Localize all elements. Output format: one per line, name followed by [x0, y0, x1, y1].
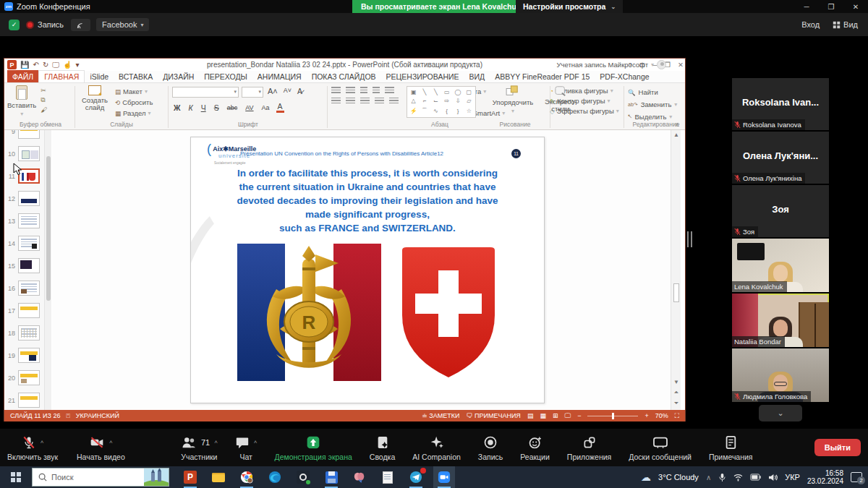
- slide-thumbnail[interactable]: [18, 236, 40, 251]
- align-left-icon[interactable]: [331, 98, 341, 105]
- slideshow-icon[interactable]: 🖵: [564, 412, 571, 420]
- chevron-up-icon[interactable]: ˄: [214, 439, 218, 445]
- bullets-icon[interactable]: [331, 87, 341, 94]
- ribbon-tab[interactable]: АНИМАЦИЯ: [252, 70, 307, 82]
- zoom-out-icon[interactable]: −: [577, 412, 581, 419]
- slide-thumbnail-row[interactable]: 14: [4, 232, 45, 254]
- ribbon-tab[interactable]: ГЛАВНАЯ: [38, 70, 85, 82]
- collapse-ribbon-icon[interactable]: ∧: [672, 121, 682, 128]
- slide-thumbnail-row[interactable]: 13: [4, 210, 45, 232]
- slide-thumbnail[interactable]: [18, 303, 40, 318]
- new-slide-button[interactable]: Создать слайд: [78, 83, 111, 118]
- record-button[interactable]: Запись: [478, 435, 503, 461]
- previous-slide-icon[interactable]: ⏶: [671, 389, 681, 396]
- slide-thumbnail[interactable]: [18, 191, 40, 206]
- slide-thumbnail-row[interactable]: 20: [4, 367, 45, 389]
- undo-icon[interactable]: ↶: [33, 61, 38, 69]
- font-size-input[interactable]: [242, 87, 263, 98]
- next-slide-icon[interactable]: ⏷: [671, 400, 681, 407]
- ribbon-tab[interactable]: iSlide: [85, 70, 114, 82]
- taskbar-powerpoint-icon[interactable]: P: [182, 469, 198, 485]
- taskbar-messenger-icon[interactable]: [295, 469, 311, 485]
- columns-icon[interactable]: [389, 98, 399, 105]
- collapse-videos-button[interactable]: ⌄: [759, 405, 802, 421]
- bold-button[interactable]: Ж: [172, 103, 182, 112]
- microsoft-account[interactable]: Учетная запись Майкрософт ▾: [557, 60, 667, 69]
- taskbar-search[interactable]: Поиск: [32, 468, 169, 487]
- thumbnail-scrollbar[interactable]: [45, 130, 51, 410]
- replace-button[interactable]: ab↷Заменить▾: [628, 99, 684, 110]
- ribbon-tab[interactable]: РЕЦЕНЗИРОВАНИЕ: [381, 70, 464, 82]
- scrollbar-thumb[interactable]: [46, 156, 51, 301]
- clear-formatting-icon[interactable]: A̷: [296, 87, 304, 98]
- justify-icon[interactable]: [375, 98, 384, 105]
- taskbar-document-icon[interactable]: [380, 469, 396, 485]
- notes-button[interactable]: Примечания: [709, 435, 753, 461]
- slide-thumbnail-row[interactable]: 15: [4, 254, 45, 277]
- slide-thumbnail-row[interactable]: 10: [4, 142, 45, 165]
- reading-view-icon[interactable]: ⊞: [553, 412, 558, 419]
- format-painter-icon[interactable]: 🖌: [41, 106, 47, 114]
- italic-button[interactable]: К: [187, 103, 195, 112]
- zoom-percentage[interactable]: 70%: [655, 412, 668, 419]
- normal-view-icon[interactable]: ▤: [527, 412, 534, 419]
- slide-thumbnail[interactable]: [18, 213, 40, 228]
- increase-indent-icon[interactable]: [373, 87, 380, 94]
- ribbon-tab[interactable]: ABBYY FineReader PDF 15: [490, 70, 595, 82]
- slide-11[interactable]: ( Aix✱Marseille université Socialement e…: [190, 137, 545, 403]
- view-settings-button[interactable]: Настройки просмотра ⌄: [516, 0, 623, 13]
- slide-thumbnail[interactable]: [18, 370, 40, 385]
- taskbar-brain-app-icon[interactable]: [352, 469, 367, 485]
- share-screen-button[interactable]: Демонстрация экрана: [275, 435, 352, 461]
- zoom-in-icon[interactable]: +: [644, 412, 648, 419]
- align-center-icon[interactable]: [346, 98, 355, 105]
- unmute-button[interactable]: ˄ Включить звук: [7, 435, 58, 461]
- slide-thumbnail[interactable]: [18, 348, 40, 363]
- tray-mic-icon[interactable]: [718, 473, 726, 482]
- customize-qat-icon[interactable]: ▾: [75, 61, 79, 69]
- redo-icon[interactable]: ↻: [43, 61, 48, 69]
- view-button[interactable]: Вид: [833, 20, 858, 29]
- participant-tile[interactable]: Олена Лук'яни... Олена Лук'янихіна: [732, 132, 829, 184]
- shrink-font-icon[interactable]: A˅: [282, 87, 293, 98]
- hidden-icons-chevron[interactable]: ∧: [706, 474, 711, 481]
- start-button[interactable]: [0, 466, 32, 488]
- participants-button[interactable]: 71 ˄ Участники: [181, 435, 218, 461]
- strikethrough-button[interactable]: S: [213, 103, 221, 112]
- scroll-down-icon[interactable]: ▼: [671, 379, 681, 385]
- decrease-indent-icon[interactable]: [360, 87, 367, 94]
- start-slideshow-icon[interactable]: 🖵: [52, 61, 59, 69]
- text-shadow-button[interactable]: abc: [226, 104, 239, 111]
- save-icon[interactable]: 💾: [20, 61, 29, 69]
- taskbar-file-explorer-icon[interactable]: [210, 469, 226, 485]
- underline-button[interactable]: Ч: [200, 103, 208, 112]
- taskbar-floppy-app-icon[interactable]: [323, 469, 339, 485]
- chevron-up-icon[interactable]: ˄: [109, 439, 113, 445]
- layout-button[interactable]: ▤Макет▾: [115, 87, 153, 96]
- scroll-up-icon[interactable]: ▲: [671, 132, 681, 138]
- security-shield-icon[interactable]: ✓: [9, 20, 20, 30]
- line-spacing-icon[interactable]: [385, 87, 394, 94]
- shapes-gallery[interactable]: ▣╲╲▭◯▢ △⌐⌙⇨⇩▱ ⚡⌒∿{}☆: [407, 83, 482, 121]
- ribbon-tab[interactable]: ПЕРЕХОДЫ: [199, 70, 252, 82]
- font-color-button[interactable]: A: [276, 102, 284, 113]
- grow-font-icon[interactable]: A˄: [266, 87, 279, 98]
- align-right-icon[interactable]: [360, 98, 370, 105]
- maximize-button[interactable]: ❐: [819, 3, 843, 11]
- network-icon[interactable]: [733, 474, 743, 481]
- slide-scrollbar[interactable]: ▲ ▼ ⏶ ⏷: [671, 130, 681, 410]
- slide-thumbnail-row[interactable]: 11: [4, 165, 45, 187]
- participant-tile[interactable]: Roksolana Ivan... Roksolana Ivanova: [732, 78, 829, 130]
- shapes-grid[interactable]: ▣╲╲▭◯▢ △⌐⌙⇨⇩▱ ⚡⌒∿{}☆: [407, 86, 476, 118]
- battery-icon[interactable]: [750, 474, 761, 481]
- character-spacing-button[interactable]: AV: [244, 104, 255, 111]
- ribbon-tab[interactable]: ВИД: [464, 70, 490, 82]
- ribbon-tab[interactable]: ВСТАВКА: [114, 70, 158, 82]
- spellcheck-icon[interactable]: ⍞: [66, 412, 69, 420]
- comments-button[interactable]: 🗨 ПРИМЕЧАНИЯ: [466, 412, 520, 419]
- summary-button[interactable]: Сводка: [370, 435, 395, 461]
- slide-thumbnail-panel[interactable]: 9 10 11 12: [4, 130, 45, 410]
- speaker-icon[interactable]: [768, 474, 778, 481]
- numbering-icon[interactable]: [346, 87, 355, 94]
- slide-thumbnail[interactable]: [18, 258, 40, 273]
